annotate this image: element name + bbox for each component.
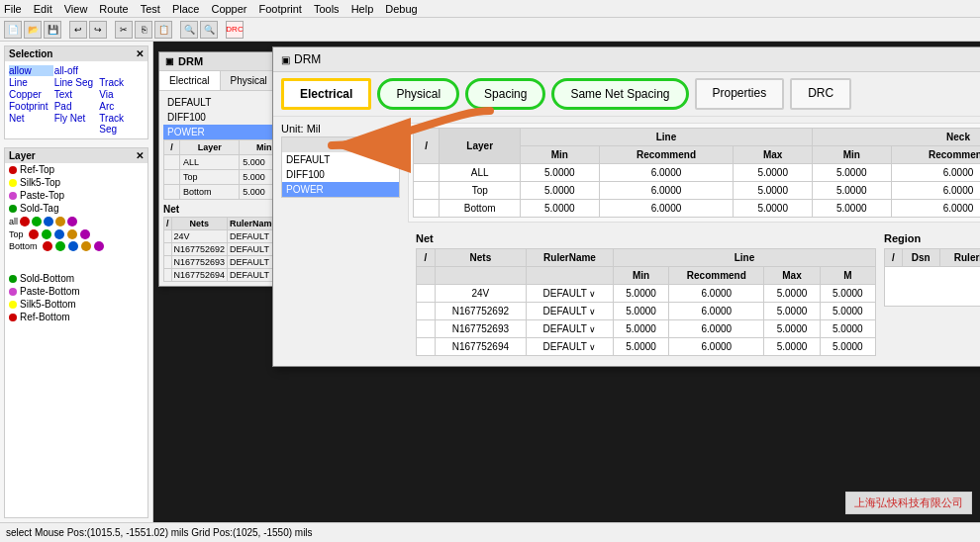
- main-net-power[interactable]: POWER: [282, 182, 399, 197]
- layer-dot-top-c[interactable]: [29, 229, 39, 239]
- sel-copper[interactable]: Copper: [9, 89, 53, 100]
- drm-left-panel: Unit: Mil DEFAULT DIFF100 POWER: [281, 123, 400, 360]
- sel-pad[interactable]: Pad: [54, 101, 99, 112]
- menu-route[interactable]: Route: [99, 3, 128, 15]
- layer-dot-top-a[interactable]: [80, 229, 90, 239]
- layer-dot-bot-p[interactable]: [81, 241, 91, 251]
- layer-name-pastebottom: Paste-Bottom: [20, 286, 80, 297]
- main-net-default[interactable]: DEFAULT: [282, 152, 399, 167]
- menu-debug[interactable]: Debug: [385, 3, 417, 15]
- layer-paste-top[interactable]: Paste-Top: [5, 189, 147, 202]
- undo-btn[interactable]: ↩: [69, 21, 87, 39]
- region-section: Region / Dsn RulerName Min Reco: [884, 232, 980, 356]
- menu-test[interactable]: Test: [141, 3, 160, 15]
- tab-properties[interactable]: Properties: [695, 78, 785, 110]
- layer-close-icon[interactable]: ✕: [136, 150, 144, 161]
- layer-dot-track[interactable]: [32, 217, 42, 226]
- main-layout: Selection ✕ allow all-off Line Line Seg …: [0, 42, 980, 522]
- layer-sold-bottom[interactable]: Sold-Bottom: [5, 272, 147, 285]
- table-row: ALL 5.0000 6.0000 5.0000 5.0000 6.0000 5…: [414, 164, 981, 182]
- menu-bar: File Edit View Route Test Place Copper F…: [0, 0, 980, 18]
- menu-footprint[interactable]: Footprint: [259, 3, 302, 15]
- layer-silk-bottom[interactable]: Silk5-Bottom: [5, 298, 147, 311]
- layer-dot-top-v[interactable]: [54, 229, 64, 239]
- layer-top[interactable]: Top: [5, 228, 147, 240]
- save-btn[interactable]: 💾: [44, 21, 61, 39]
- layer-dot-top-p[interactable]: [67, 229, 77, 239]
- menu-help[interactable]: Help: [351, 3, 374, 15]
- tab-physical[interactable]: Physical: [377, 78, 459, 110]
- menu-copper[interactable]: Copper: [211, 3, 246, 15]
- layer-dot-pad[interactable]: [55, 217, 65, 226]
- main-table-section: / Layer Line Neck Min Recommend Max Min: [408, 123, 980, 223]
- layer-panel: Layer ✕ Ref-Top Silk5-Top Paste-Top Sold…: [4, 147, 148, 518]
- table-row: N167752694 DEFAULT ∨ 5.0000 6.0000 5.000…: [417, 338, 876, 356]
- layer-all-label: all: [9, 217, 18, 226]
- redo-btn[interactable]: ↪: [89, 21, 107, 39]
- net-list: DEFAULT DIFF100 POWER: [281, 136, 400, 198]
- layer-dot-copper[interactable]: [20, 217, 30, 226]
- sel-trackseg[interactable]: Track Seg: [99, 113, 144, 135]
- layer-sold-tag[interactable]: Sold-Tag: [5, 202, 147, 215]
- menu-view[interactable]: View: [64, 3, 88, 15]
- layer-bottom[interactable]: Bottom: [5, 240, 147, 252]
- net-section: Net / Nets RulerName Line: [416, 232, 876, 356]
- layer-dot-via[interactable]: [44, 217, 53, 226]
- sel-lineseg[interactable]: Line Seg: [54, 77, 99, 88]
- table-row: 24V DEFAULT ∨ 5.0000 6.0000 5.0000 5.000…: [417, 285, 876, 303]
- layer-dot-refbottom: [9, 314, 17, 321]
- region-section-title: Region: [884, 232, 980, 244]
- sel-footprint[interactable]: Footprint: [9, 101, 53, 112]
- selection-close-icon[interactable]: ✕: [136, 48, 144, 59]
- layer-dot-arc[interactable]: [67, 217, 77, 226]
- paste-btn[interactable]: 📋: [154, 21, 172, 39]
- layer-dot-bot-c[interactable]: [43, 241, 52, 251]
- sel-via[interactable]: Via: [99, 89, 144, 100]
- tab-drc[interactable]: DRC: [790, 78, 851, 110]
- new-btn[interactable]: 📄: [4, 21, 22, 39]
- main-net-diff100[interactable]: DIFF100: [282, 167, 399, 182]
- sel-allow[interactable]: allow: [9, 65, 53, 76]
- zoom-out-btn[interactable]: 🔍: [200, 21, 218, 39]
- menu-tools[interactable]: Tools: [314, 3, 340, 15]
- layer-label-top: Top: [9, 229, 24, 239]
- watermark: 上海弘快科技有限公司: [845, 492, 972, 514]
- open-btn[interactable]: 📂: [24, 21, 42, 39]
- sel-text[interactable]: Text: [54, 89, 99, 100]
- zoom-in-btn[interactable]: 🔍: [180, 21, 198, 39]
- sel-net[interactable]: Net: [9, 113, 53, 135]
- drc-btn[interactable]: DRC: [226, 21, 244, 39]
- layer-ref-bottom[interactable]: Ref-Bottom: [5, 311, 147, 323]
- cut-btn[interactable]: ✂: [115, 21, 133, 39]
- layer-ref-top[interactable]: Ref-Top: [5, 163, 147, 176]
- layer-dot-silkbottom: [9, 301, 17, 309]
- layer-name-silktop: Silk5-Top: [20, 177, 60, 188]
- layer-silk-top[interactable]: Silk5-Top: [5, 176, 147, 189]
- sel-track[interactable]: Track: [99, 77, 144, 88]
- layer-dot-bot-a[interactable]: [94, 241, 104, 251]
- net-section-title: Net: [416, 232, 876, 244]
- canvas-area[interactable]: ▣ DRM Electrical Physical Spacing DEFAUL…: [153, 42, 980, 522]
- sel-flynet[interactable]: Fly Net: [54, 113, 99, 135]
- tab-same-net-spacing[interactable]: Same Net Spacing: [551, 78, 688, 110]
- layer-paste-bottom[interactable]: Paste-Bottom: [5, 285, 147, 298]
- sel-line[interactable]: Line: [9, 77, 53, 88]
- layer-dot-top-t[interactable]: [42, 229, 51, 239]
- tab-spacing[interactable]: Spacing: [465, 78, 545, 110]
- layer-name-pastetop: Paste-Top: [20, 190, 64, 201]
- copy-btn[interactable]: ⎘: [135, 21, 152, 39]
- sel-all-off[interactable]: all-off: [54, 65, 99, 76]
- layer-dot-bot-v[interactable]: [68, 241, 78, 251]
- drm-bg-tab-physical[interactable]: Physical: [221, 71, 278, 90]
- toolbar: 📄 📂 💾 ↩ ↪ ✂ ⎘ 📋 🔍 🔍 DRC: [0, 18, 980, 42]
- menu-edit[interactable]: Edit: [34, 3, 52, 15]
- table-row: Top 5.0000 6.0000 5.0000 5.0000 6.0000 5…: [414, 182, 981, 200]
- bg-col-slash: /: [164, 140, 180, 155]
- menu-place[interactable]: Place: [172, 3, 200, 15]
- layer-dot-bot-t[interactable]: [55, 241, 65, 251]
- menu-file[interactable]: File: [4, 3, 22, 15]
- sel-arc[interactable]: Arc: [99, 101, 144, 112]
- drm-title-text: DRM: [294, 52, 321, 66]
- tab-electrical[interactable]: Electrical: [281, 78, 371, 110]
- drm-bg-tab-electrical[interactable]: Electrical: [159, 71, 221, 90]
